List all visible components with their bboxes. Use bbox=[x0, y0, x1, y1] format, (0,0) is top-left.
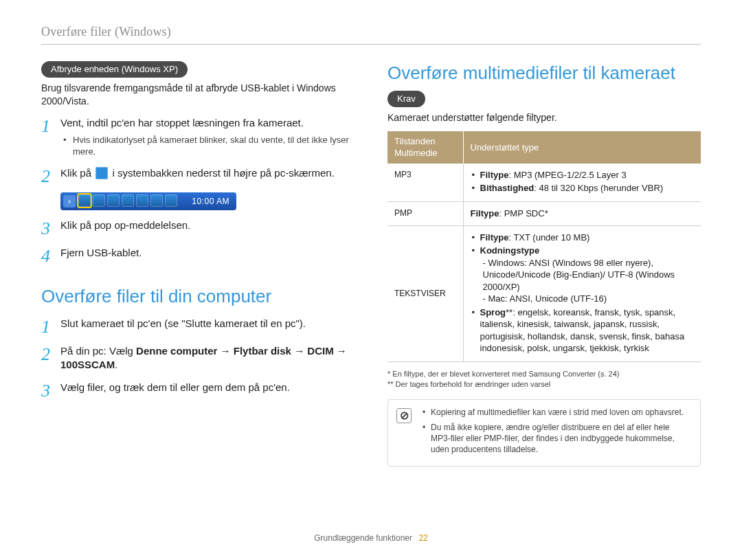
filetype-table: TilstandenMultimedie Understøttet type M… bbox=[387, 131, 701, 362]
footer-label: Grundlæggende funktioner bbox=[314, 533, 412, 543]
encoding-windows: - Windows: ANSI (Windows 98 eller nyere)… bbox=[483, 257, 695, 293]
tray-icon bbox=[78, 194, 91, 207]
th-mode: TilstandenMultimedie bbox=[387, 131, 463, 164]
th-supported-type: Understøttet type bbox=[463, 131, 701, 164]
table-row: MP3 Filtype: MP3 (MPEG-1/2/2.5 Layer 3 B… bbox=[387, 164, 701, 202]
step-number: 2 bbox=[41, 166, 54, 186]
row-content-pmp: Filtype: PMP SDC* bbox=[463, 202, 701, 226]
row-label-mp3: MP3 bbox=[387, 164, 463, 202]
tray-icon bbox=[93, 194, 105, 207]
req-lead: Kameraet understøtter følgende filtyper. bbox=[387, 111, 701, 124]
footer: Grundlæggende funktioner 22 bbox=[0, 533, 742, 544]
left-column: Afbryde enheden (Windows XP) Brug tilsva… bbox=[41, 61, 355, 467]
footnote-1: * En filtype, der er blevet konverteret … bbox=[387, 369, 701, 379]
step-1: 1 Vent, indtil pc'en har stoppet læsning… bbox=[41, 116, 355, 158]
row-content-mp3: Filtype: MP3 (MPEG-1/2/2.5 Layer 3 Bitha… bbox=[463, 164, 701, 202]
safely-remove-hardware-icon bbox=[95, 167, 108, 179]
table-row: PMP Filtype: PMP SDC* bbox=[387, 202, 701, 226]
pill-disconnect: Afbryde enheden (Windows XP) bbox=[41, 61, 188, 78]
step-text: Fjern USB-kablet. bbox=[60, 246, 355, 265]
step-text: På din pc: Vælg Denne computer → Flytbar… bbox=[60, 344, 355, 372]
right-column: Overføre multimediefiler til kameraet Kr… bbox=[387, 61, 701, 467]
transfer-step-2: 2 På din pc: Vælg Denne computer → Flytb… bbox=[41, 344, 355, 372]
row-content-textviewer: Filtype: TXT (under 10 MB) Kodningstype … bbox=[463, 225, 701, 361]
table-row: TEKSTVISER Filtype: TXT (under 10 MB) Ko… bbox=[387, 225, 701, 361]
pill-requirements: Krav bbox=[387, 91, 425, 107]
step-text-before: Klik på bbox=[60, 167, 94, 179]
tray-icon bbox=[122, 194, 134, 207]
step-text: Vent, indtil pc'en har stoppet læsningen… bbox=[60, 117, 304, 128]
h2-transfer-to-pc: Overføre filer til din computer bbox=[41, 284, 355, 309]
tray-icon bbox=[165, 194, 177, 207]
tray-icon bbox=[136, 194, 148, 207]
row-label-textviewer: TEKSTVISER bbox=[387, 225, 463, 361]
h2-transfer-to-camera: Overføre multimediefiler til kameraet bbox=[387, 61, 701, 85]
note-bullet: Kopiering af multimediefiler kan være i … bbox=[431, 407, 690, 418]
step-2: 2 Klik på i systembakken nederst til høj… bbox=[41, 166, 355, 186]
step-3: 3 Klik på pop op-meddelelsen. bbox=[41, 219, 355, 238]
transfer-step-1: 1 Slut kameraet til pc'en (se "Slutte ka… bbox=[41, 317, 355, 336]
step-number: 1 bbox=[41, 317, 54, 336]
tray-icon bbox=[107, 194, 120, 207]
note-icon: ⊘ bbox=[396, 408, 412, 423]
step-text: Slut kameraet til pc'en (se "Slutte kame… bbox=[60, 317, 355, 336]
step-bullet: Hvis indikatorlyset på kameraet blinker,… bbox=[73, 134, 355, 158]
note-box: ⊘ Kopiering af multimediefiler kan være … bbox=[387, 399, 701, 467]
step-text: Vælg filer, og træk dem til eller gem de… bbox=[60, 381, 355, 400]
system-tray-screenshot: › 10:00 AM bbox=[60, 192, 236, 210]
step-text-after: i systembakken nederst til højre på pc-s… bbox=[112, 167, 334, 179]
step-number: 1 bbox=[41, 116, 54, 158]
tray-icon bbox=[150, 194, 163, 207]
encoding-mac: - Mac: ANSI, Unicode (UTF-16) bbox=[483, 293, 695, 305]
footnote-2: ** Der tages forbehold for ændringer ude… bbox=[387, 379, 701, 390]
row-label-pmp: PMP bbox=[387, 202, 463, 226]
page-number: 22 bbox=[418, 533, 427, 543]
transfer-step-3: 3 Vælg filer, og træk dem til eller gem … bbox=[41, 381, 355, 400]
tray-expand-icon: › bbox=[63, 195, 76, 208]
disconnect-lead: Brug tilsvarende fremgangsmåde til at af… bbox=[41, 82, 355, 108]
step-4: 4 Fjern USB-kablet. bbox=[41, 246, 355, 265]
step-number: 3 bbox=[41, 381, 54, 400]
tray-clock: 10:00 AM bbox=[192, 192, 229, 210]
step-text: Klik på pop op-meddelelsen. bbox=[60, 219, 355, 238]
step-number: 4 bbox=[41, 246, 54, 265]
running-head: Overføre filer (Windows) bbox=[41, 23, 701, 40]
header-rule bbox=[41, 44, 701, 45]
step-number: 3 bbox=[41, 219, 54, 238]
step-number: 2 bbox=[41, 344, 54, 372]
note-bullet: Du må ikke kopiere, ændre og/eller distr… bbox=[431, 422, 690, 456]
